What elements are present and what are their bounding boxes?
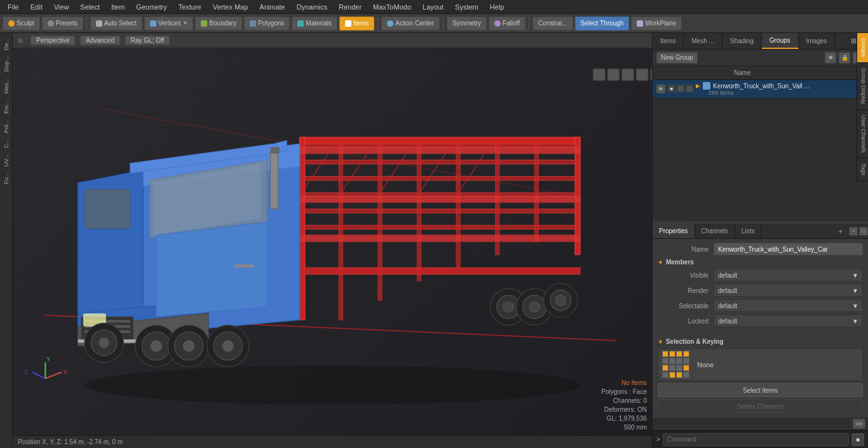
sel-dot [669,358,675,364]
sidebar-item-mes[interactable]: Mes... [2,76,11,97]
viewport[interactable]: Perspective Advanced Ray GL: Off [13,33,652,448]
menu-texture[interactable]: Texture [173,2,207,12]
props-max-button[interactable]: □ [859,227,868,236]
boundary-button[interactable]: Boundary [195,17,242,31]
tab-properties[interactable]: Properties [653,224,695,238]
visible-dropdown[interactable]: default ▼ [714,269,863,282]
sidebar-item-uv[interactable]: UV... [2,152,11,169]
group-sel-icon[interactable]: □ [677,85,684,92]
action-center-button[interactable]: Action Center [381,17,440,31]
select-items-button[interactable]: Select Items [658,383,863,397]
tab-channels[interactable]: Channels [695,224,735,238]
advanced-button[interactable]: Advanced [80,36,119,45]
svg-rect-17 [417,137,421,281]
menu-maxtomode[interactable]: MaxToModo [368,2,416,12]
menu-system[interactable]: System [450,2,484,12]
tab-items[interactable]: Items [653,33,684,49]
perspective-button[interactable]: Perspective [31,36,75,45]
sidebar-item-em[interactable]: Em... [2,98,11,116]
menu-help[interactable]: Help [485,2,510,12]
name-label: Name [658,246,709,253]
ray-gl-button[interactable]: Ray GL: Off [125,36,170,45]
vtab-tags[interactable]: Tags [857,158,868,181]
group-lock-icon[interactable]: □ [686,85,693,92]
tab-groups[interactable]: Groups [762,33,799,49]
selectable-value: default [718,302,737,309]
menu-dynamics[interactable]: Dynamics [292,2,332,12]
group-expand-arrow[interactable]: ▶ [696,83,700,89]
sidebar-item-de[interactable]: De... [2,36,11,53]
locked-dropdown[interactable]: default ▼ [714,315,863,327]
properties-content: Name ▼ Members Visible default ▼ Render [653,239,868,334]
truck-model: X Y Z [13,48,652,448]
polygons-label: Polygons : Face [601,388,647,397]
toolbar-separator-3 [443,17,444,30]
sel-keying-toggle[interactable]: ▼ [658,339,663,345]
group-render-icon[interactable]: ■ [668,85,675,92]
groups-lock-button[interactable]: 🔒 [839,52,850,64]
groups-list[interactable]: 👁 ■ □ □ ▶ Kenworth_Truck_with_Sun_Vall .… [653,80,868,221]
new-group-button[interactable]: New Group [656,52,698,64]
selectable-dropdown[interactable]: default ▼ [714,299,863,312]
tab-images[interactable]: Images [799,33,836,49]
vtab-user-channels[interactable]: User Channels [857,110,868,159]
menu-vertex-map[interactable]: Vertex Map [208,2,254,12]
vtab-group-display[interactable]: Group Display [857,63,868,110]
workplane-button[interactable]: WorkPlane [631,17,682,31]
vtab-groups[interactable]: Groups [857,33,868,63]
svg-line-75 [45,372,62,379]
menu-select[interactable]: Select [75,2,105,12]
select-through-button[interactable]: Select Through [575,17,630,31]
sidebar-item-dup[interactable]: Dup... [2,54,11,74]
render-arrow: ▼ [852,287,858,294]
sel-dot [662,372,668,378]
group-eye-icon[interactable]: 👁 [656,85,665,93]
falloff-button[interactable]: Falloff [489,17,526,31]
locked-label: Locked [658,318,709,325]
symmetry-button[interactable]: Symmetry [447,17,487,31]
sel-keying-title: Selection & Keying [666,338,724,345]
sidebar-item-pol[interactable]: Pol... [2,118,11,136]
none-button[interactable]: None [658,348,863,381]
group-name-text: Kenworth_Truck_with_Sun_Vall ... [713,83,810,90]
command-button[interactable]: ■ [851,433,864,446]
menu-file[interactable]: File [3,2,24,12]
materials-button[interactable]: Materials [292,17,337,31]
right-panel: Items Mesh ... Shading Groups Images ⊞ +… [652,33,868,448]
menu-layout[interactable]: Layout [417,2,449,12]
tab-lists[interactable]: Lists [735,224,762,238]
groups-column-headers: Name [653,66,868,80]
members-toggle[interactable]: ▼ [658,259,663,266]
svg-point-32 [503,302,513,312]
constraints-button[interactable]: Constrai... [532,17,573,31]
group-list-item[interactable]: 👁 ■ □ □ ▶ Kenworth_Truck_with_Sun_Vall .… [653,80,868,98]
command-arrow[interactable]: > [656,436,660,443]
name-input[interactable] [718,246,858,253]
viewport-canvas[interactable]: X Y Z No Items Polygons : Face Channels:… [13,48,652,448]
menu-edit[interactable]: Edit [25,2,48,12]
menu-view[interactable]: View [49,2,74,12]
menu-geometry[interactable]: Geometry [131,2,172,12]
menu-animate[interactable]: Animate [254,2,290,12]
toolbar-separator-1 [86,17,87,30]
expand-button[interactable]: >> [853,419,865,429]
menu-item[interactable]: Item [106,2,130,12]
props-min-button[interactable]: − [849,227,858,236]
command-input[interactable] [663,433,849,446]
name-value[interactable] [714,243,863,255]
presets-button[interactable]: Presets [42,17,83,31]
tab-shading[interactable]: Shading [722,33,762,49]
vertices-button[interactable]: Vertices ▼ [144,17,194,31]
tab-mesh[interactable]: Mesh ... [684,33,722,49]
render-dropdown[interactable]: default ▼ [714,284,863,297]
polygons-button[interactable]: Polygons [244,17,290,31]
items-button[interactable]: Items [339,17,374,31]
auto-select-button[interactable]: Auto Select [90,17,142,31]
svg-point-35 [529,302,539,312]
groups-eye-button[interactable]: 👁 [825,52,836,64]
props-add-tab[interactable]: + [835,224,846,238]
sculpt-button[interactable]: Sculpt [3,17,40,31]
sidebar-item-c[interactable]: C... [2,137,11,151]
menu-render[interactable]: Render [334,2,367,12]
sidebar-item-fu[interactable]: Fu... [2,170,11,187]
